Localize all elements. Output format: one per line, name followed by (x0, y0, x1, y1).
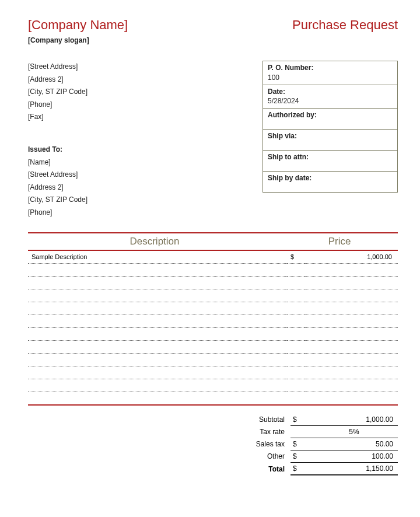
empty-row (28, 277, 398, 289)
issued-phone: [Phone] (28, 207, 262, 219)
ship-via-cell: Ship via: (263, 130, 398, 151)
document-title: Purchase Request (292, 18, 398, 33)
subtotal-val: 1,000.00 (310, 414, 398, 426)
mid-section: [Street Address] [Address 2] [City, ST Z… (28, 61, 398, 219)
line-item-row: Sample Description $ 1,000.00 (28, 251, 398, 264)
info-box: P. O. Number: 100 Date: 5/28/2024 Author… (262, 61, 398, 193)
other-row: Other $ 100.00 (220, 450, 398, 463)
subtotal-label: Subtotal (220, 414, 290, 426)
total-val: 1,150.00 (310, 463, 398, 476)
other-cur: $ (290, 450, 310, 463)
ship-attn-cell: Ship to attn: (263, 151, 398, 172)
from-phone: [Phone] (28, 99, 262, 111)
ship-attn-label: Ship to attn: (268, 153, 309, 161)
addresses: [Street Address] [Address 2] [City, ST Z… (28, 61, 262, 219)
total-row: Total $ 1,150.00 (220, 463, 398, 476)
empty-row (28, 289, 398, 302)
ship-by-cell: Ship by date: (263, 172, 398, 193)
sales-tax-row: Sales tax $ 50.00 (220, 438, 398, 450)
subtotal-row: Subtotal $ 1,000.00 (220, 414, 398, 426)
ship-via-label: Ship via: (268, 132, 297, 140)
company-slogan: [Company slogan] (28, 36, 398, 44)
from-street: [Street Address] (28, 61, 262, 74)
empty-row (28, 379, 398, 392)
issued-name: [Name] (28, 156, 262, 169)
empty-row (28, 354, 398, 366)
total-cur: $ (290, 463, 310, 476)
date-value: 5/28/2024 (268, 97, 299, 105)
line-desc: Sample Description (28, 251, 287, 264)
items-bottom-rule (28, 404, 398, 406)
purchase-request-page: [Company Name] Purchase Request [Company… (0, 0, 420, 494)
items-section: Description Price Sample Description $ 1… (28, 232, 398, 406)
items-header: Description Price (28, 232, 398, 251)
other-label: Other (220, 450, 290, 463)
po-cell: P. O. Number: 100 (263, 61, 398, 85)
tax-rate-row: Tax rate 5% (220, 426, 398, 438)
line-currency: $ (287, 251, 304, 264)
from-fax: [Fax] (28, 111, 262, 124)
company-name: [Company Name] (28, 18, 128, 33)
po-value: 100 (268, 74, 279, 82)
empty-row (28, 341, 398, 354)
ship-by-label: Ship by date: (268, 174, 312, 182)
sales-tax-cur: $ (290, 438, 310, 450)
issued-city: [City, ST ZIP Code] (28, 194, 262, 207)
empty-row (28, 366, 398, 379)
empty-row (28, 392, 398, 405)
issued-to-label: Issued To: (28, 144, 262, 156)
tax-rate-label: Tax rate (220, 426, 290, 438)
empty-row (28, 264, 398, 277)
from-address2: [Address 2] (28, 74, 262, 86)
col-price: Price (281, 233, 398, 250)
items-table: Sample Description $ 1,000.00 (28, 251, 398, 406)
from-city: [City, ST ZIP Code] (28, 86, 262, 99)
col-description: Description (28, 233, 281, 250)
date-label: Date: (268, 88, 285, 96)
other-val: 100.00 (310, 450, 398, 463)
issued-address2: [Address 2] (28, 181, 262, 194)
subtotal-cur: $ (290, 414, 310, 426)
total-label: Total (220, 463, 290, 476)
po-label: P. O. Number: (268, 64, 313, 72)
auth-cell: Authorized by: (263, 109, 398, 130)
totals-table: Subtotal $ 1,000.00 Tax rate 5% Sales ta… (220, 414, 398, 476)
sales-tax-val: 50.00 (310, 438, 398, 450)
empty-row (28, 315, 398, 328)
auth-label: Authorized by: (268, 111, 317, 119)
totals-section: Subtotal $ 1,000.00 Tax rate 5% Sales ta… (28, 414, 398, 476)
date-cell: Date: 5/28/2024 (263, 85, 398, 109)
line-amount: 1,000.00 (304, 251, 398, 264)
empty-row (28, 302, 398, 315)
empty-row (28, 328, 398, 341)
header-left: [Company Name] (28, 18, 128, 36)
header: [Company Name] Purchase Request (28, 18, 398, 36)
tax-rate-val: 5% (310, 426, 398, 438)
tax-rate-cur (290, 426, 310, 438)
sales-tax-label: Sales tax (220, 438, 290, 450)
issued-street: [Street Address] (28, 169, 262, 181)
